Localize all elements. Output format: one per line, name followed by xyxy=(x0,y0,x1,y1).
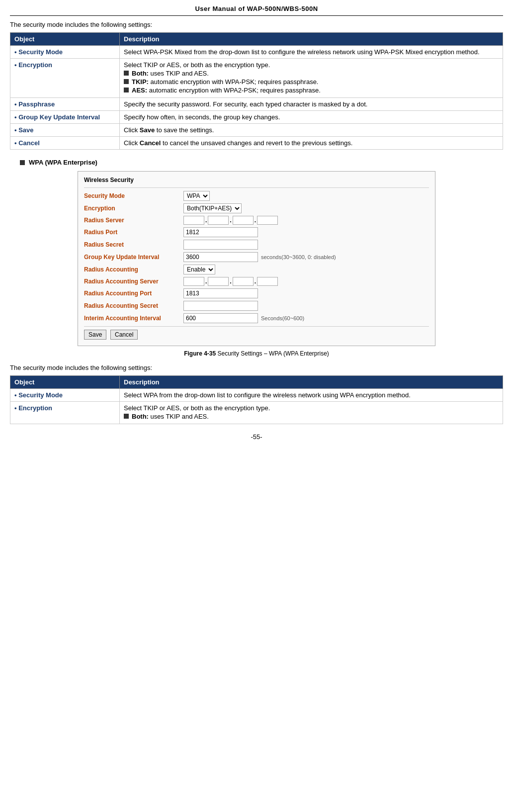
form-row-encryption: Encryption Both(TKIP+AES) xyxy=(84,203,429,213)
object-cell: • Security Mode xyxy=(10,389,120,402)
description-cell: Select WPA-PSK Mixed from the drop-down … xyxy=(120,46,503,59)
ip-octet-4[interactable] xyxy=(257,277,278,286)
interim-accounting-note: Seconds(60~600) xyxy=(261,315,304,321)
encryption-label: Encryption xyxy=(84,205,183,212)
form-row-radius-accounting: Radius Accounting Enable xyxy=(84,265,429,274)
group-key-input[interactable] xyxy=(183,252,258,262)
table-row: • Encryption Select TKIP or AES, or both… xyxy=(10,59,503,98)
ip-octet-1[interactable] xyxy=(183,216,204,225)
ip-octet-1[interactable] xyxy=(183,277,204,286)
radius-accounting-server-ip: . . . xyxy=(183,277,278,286)
description-cell: Specify the security password. For secur… xyxy=(120,98,503,111)
encryption-select[interactable]: Both(TKIP+AES) xyxy=(183,203,242,213)
form-row-radius-port: Radius Port xyxy=(84,227,429,237)
form-buttons: Save Cancel xyxy=(84,330,429,340)
cancel-button[interactable]: Cancel xyxy=(110,330,138,340)
figure-caption: Figure 4-35 Security Settings – WPA (WPA… xyxy=(10,350,503,357)
screenshot-box: Wireless Security Security Mode WPA Encr… xyxy=(78,171,435,346)
object-cell: • Save xyxy=(10,124,120,137)
ip-dot: . xyxy=(205,278,207,285)
radius-accounting-port-input[interactable] xyxy=(183,288,258,298)
object-cell: • Passphrase xyxy=(10,98,120,111)
object-cell: • Cancel xyxy=(10,137,120,150)
save-button[interactable]: Save xyxy=(84,330,106,340)
ip-dot: . xyxy=(255,217,256,224)
radius-port-input[interactable] xyxy=(183,227,258,237)
ip-octet-2[interactable] xyxy=(208,277,229,286)
form-row-group-key: Group Key Update Interval seconds(30~360… xyxy=(84,252,429,262)
table-row: • Security Mode Select WPA from the drop… xyxy=(10,389,503,402)
security-mode-select[interactable]: WPA xyxy=(183,191,210,201)
table-row: • Save Click Save to save the settings. xyxy=(10,124,503,137)
radius-secret-input[interactable] xyxy=(183,240,258,250)
radius-accounting-select[interactable]: Enable xyxy=(183,265,215,274)
radius-server-label: Radius Server xyxy=(84,217,183,224)
description-cell: Select WPA from the drop-down list to co… xyxy=(120,389,503,402)
ip-dot: . xyxy=(205,217,207,224)
table-row: • Security Mode Select WPA-PSK Mixed fro… xyxy=(10,46,503,59)
form-row-radius-secret: Radius Secret xyxy=(84,240,429,250)
col-header-object-1: Object xyxy=(10,33,120,46)
page-title: User Manual of WAP-500N/WBS-500N xyxy=(10,5,503,16)
ip-dot: . xyxy=(255,278,256,285)
group-key-note: seconds(30~3600, 0: disabled) xyxy=(261,254,336,260)
radius-port-label: Radius Port xyxy=(84,229,183,236)
ip-octet-3[interactable] xyxy=(233,277,254,286)
description-cell: Click Save to save the settings. xyxy=(120,124,503,137)
page-number: -55- xyxy=(10,433,503,441)
description-cell: Click Cancel to cancel the unsaved chang… xyxy=(120,137,503,150)
settings-table-1: Object Description • Security Mode Selec… xyxy=(10,32,503,150)
ip-dot: . xyxy=(230,278,231,285)
radius-accounting-label: Radius Accounting xyxy=(84,266,183,273)
radius-accounting-server-label: Radius Accounting Server xyxy=(84,278,183,285)
table-row: • Encryption Select TKIP or AES, or both… xyxy=(10,402,503,424)
group-key-label: Group Key Update Interval xyxy=(84,254,183,261)
intro-text-1: The security mode includes the following… xyxy=(10,21,503,28)
radius-secret-label: Radius Secret xyxy=(84,241,183,248)
form-row-interim-accounting: Interim Accounting Interval Seconds(60~6… xyxy=(84,313,429,323)
bullet-icon xyxy=(124,71,129,76)
screenshot-title: Wireless Security xyxy=(84,177,429,183)
radius-accounting-secret-label: Radius Accounting Secret xyxy=(84,302,183,309)
interim-accounting-label: Interim Accounting Interval xyxy=(84,315,183,322)
bullet-icon xyxy=(124,88,129,92)
interim-accounting-input[interactable] xyxy=(183,313,258,323)
object-cell: • Encryption xyxy=(10,59,120,98)
bullet-icon xyxy=(124,79,129,84)
table-row: • Cancel Click Cancel to cancel the unsa… xyxy=(10,137,503,150)
section-bullet-icon xyxy=(20,160,25,165)
col-header-description-2: Description xyxy=(120,376,503,389)
description-cell: Specify how often, in seconds, the group… xyxy=(120,111,503,124)
form-row-radius-accounting-server: Radius Accounting Server . . . xyxy=(84,277,429,286)
col-header-object-2: Object xyxy=(10,376,120,389)
table-row: • Group Key Update Interval Specify how … xyxy=(10,111,503,124)
intro-text-2: The security mode includes the following… xyxy=(10,364,503,371)
form-row-radius-accounting-secret: Radius Accounting Secret xyxy=(84,301,429,311)
form-row-radius-server: Radius Server . . . xyxy=(84,216,429,225)
ip-octet-2[interactable] xyxy=(208,216,229,225)
ip-octet-3[interactable] xyxy=(233,216,254,225)
radius-server-ip: . . . xyxy=(183,216,278,225)
table-row: • Passphrase Specify the security passwo… xyxy=(10,98,503,111)
section-heading-wpa: WPA (WPA Enterprise) xyxy=(20,159,503,166)
object-cell: • Group Key Update Interval xyxy=(10,111,120,124)
col-header-description-1: Description xyxy=(120,33,503,46)
radius-accounting-port-label: Radius Accounting Port xyxy=(84,290,183,297)
bullet-icon xyxy=(124,414,129,419)
object-cell: • Security Mode xyxy=(10,46,120,59)
description-cell: Select TKIP or AES, or both as the encry… xyxy=(120,402,503,424)
radius-accounting-secret-input[interactable] xyxy=(183,301,258,311)
ip-dot: . xyxy=(230,217,231,224)
form-row-radius-accounting-port: Radius Accounting Port xyxy=(84,288,429,298)
description-cell: Select TKIP or AES, or both as the encry… xyxy=(120,59,503,98)
ip-octet-4[interactable] xyxy=(257,216,278,225)
form-row-security-mode: Security Mode WPA xyxy=(84,191,429,201)
security-mode-label: Security Mode xyxy=(84,192,183,199)
settings-table-2: Object Description • Security Mode Selec… xyxy=(10,375,503,424)
object-cell: • Encryption xyxy=(10,402,120,424)
